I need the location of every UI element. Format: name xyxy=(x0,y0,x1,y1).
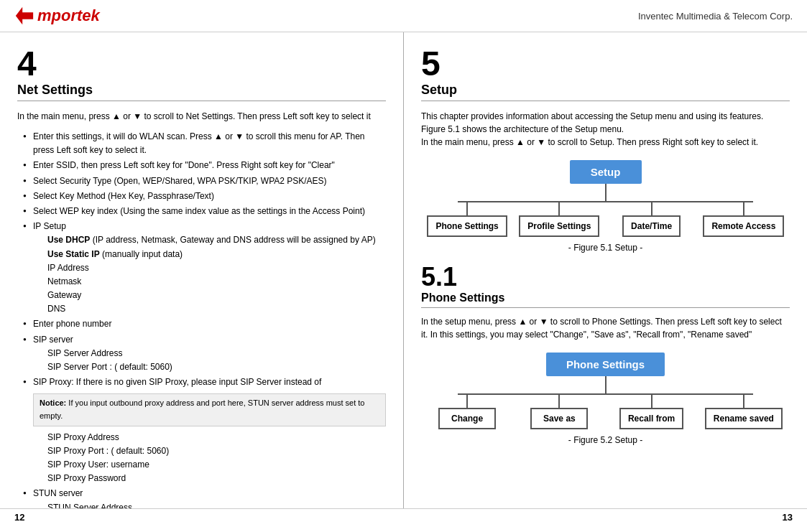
tree-connector-2 xyxy=(605,376,607,393)
page-right: 5 Setup This chapter provides informatio… xyxy=(404,32,807,508)
tree-phone-settings: Phone Settings Change Save as xyxy=(421,353,790,429)
tree-connector xyxy=(605,184,607,201)
tree-leaf-remote-access: Remote Access xyxy=(703,215,784,237)
company-name: Inventec Multimedia & Telecom Corp. xyxy=(638,11,793,22)
section-number-5-1: 5.1 xyxy=(421,264,790,290)
branch-line xyxy=(466,393,468,408)
section-title-5-1: Phone Settings xyxy=(421,291,790,308)
list-item: SIP Proxy Address xyxy=(47,431,386,444)
left-intro: In the main menu, press ▲ or ▼ to scroll… xyxy=(17,110,386,123)
notice-box: Notice: If you input outbound proxy addr… xyxy=(33,393,386,426)
branch-save-as: Save as xyxy=(513,393,605,429)
tree-root-phone-settings: Phone Settings xyxy=(546,353,665,376)
figure-5-2-caption: - Figure 5.2 Setup - xyxy=(568,435,642,445)
list-item: IP Setup Use DHCP (IP address, Netmask, … xyxy=(23,220,386,316)
bullet-list: Enter this settings, it will do WLAN sca… xyxy=(17,130,386,508)
branch-container-1: Phone Settings Profile Settings Date/Tim… xyxy=(421,201,790,237)
tree-leaf-date-time: Date/Time xyxy=(622,215,681,237)
list-item: STUN server STUN Server Address STUN Ser… xyxy=(23,487,386,508)
list-item: SIP Server Port : ( default: 5060) xyxy=(47,360,386,374)
list-item: STUN Server Address xyxy=(47,501,386,509)
notice-label: Notice: xyxy=(40,398,66,407)
sub-list: STUN Server Address STUN Server port ( d… xyxy=(33,501,386,509)
branch-phone-settings: Phone Settings xyxy=(421,201,513,237)
chapter-title-right: Setup xyxy=(421,83,790,101)
list-item: Netmask xyxy=(47,275,386,289)
page-header: mportek Inventec Multimedia & Telecom Co… xyxy=(0,0,807,32)
sub-list: Use DHCP (IP address, Netmask, Gateway a… xyxy=(33,233,386,316)
list-item: SIP server SIP Server Address SIP Server… xyxy=(23,333,386,375)
branch-line xyxy=(558,393,560,408)
branch-line xyxy=(466,201,468,215)
branch-container-2: Change Save as Recall from Rename s xyxy=(421,393,790,429)
tree-leaf-change: Change xyxy=(438,408,496,429)
list-item: SIP Proxy Password xyxy=(47,472,386,485)
list-item: Enter SSID, then press Left soft key for… xyxy=(23,159,386,172)
branch-line xyxy=(743,201,744,215)
logo-icon xyxy=(14,6,34,26)
list-item: SIP Proxy Port : ( default: 5060) xyxy=(47,444,386,458)
logo-area: mportek xyxy=(14,6,100,26)
list-item: Enter this settings, it will do WLAN sca… xyxy=(23,130,386,157)
sub-list: SIP Proxy Address SIP Proxy Port : ( def… xyxy=(33,431,386,486)
branch-rename-saved: Rename saved xyxy=(698,393,790,429)
branch-line xyxy=(651,201,652,215)
list-item: Select Security Type (Open, WEP/Shared, … xyxy=(23,174,386,188)
branch-line xyxy=(558,201,560,215)
sub-list: SIP Server Address SIP Server Port : ( d… xyxy=(33,347,386,374)
list-item: Select Key Method (Hex Key, Passphrase/T… xyxy=(23,190,386,203)
chapter-number-right: 5 xyxy=(421,47,790,81)
tree-leaf-rename-saved: Rename saved xyxy=(705,408,783,429)
tree-leaf-profile-settings: Profile Settings xyxy=(519,215,599,237)
section-5-1-intro: In the setup menu, press ▲ or ▼ to scrol… xyxy=(421,315,790,341)
tree-leaf-save-as: Save as xyxy=(530,408,588,429)
logo-text: mportek xyxy=(37,6,100,25)
right-intro-1: This chapter provides information about … xyxy=(421,110,790,149)
list-item: Use DHCP (IP address, Netmask, Gateway a… xyxy=(47,233,386,247)
list-item: Use Static IP (manually input data) xyxy=(47,248,386,261)
list-item: Select WEP key index (Using the same ind… xyxy=(23,205,386,218)
figure-5-2-diagram: Phone Settings Change Save as xyxy=(421,353,790,445)
branch-line xyxy=(651,393,652,408)
tree-leaf-recall-from: Recall from xyxy=(619,408,683,429)
tree-setup: Setup Phone Settings Profile Settings xyxy=(421,160,790,237)
page-left: 4 Net Settings In the main menu, press ▲… xyxy=(0,32,404,508)
page-footer: 12 13 xyxy=(0,508,807,526)
figure-5-1-caption: - Figure 5.1 Setup - xyxy=(568,243,642,253)
chapter-number-left: 4 xyxy=(17,47,386,81)
branch-remote-access: Remote Access xyxy=(698,201,790,237)
branch-date-time: Date/Time xyxy=(606,201,698,237)
page-number-left: 12 xyxy=(14,512,24,523)
list-item: Enter phone number xyxy=(23,317,386,331)
list-item: SIP Proxy User: username xyxy=(47,458,386,472)
tree-root-setup: Setup xyxy=(570,160,642,184)
branch-line xyxy=(743,393,744,408)
page-number-right: 13 xyxy=(783,512,793,523)
notice-text: If you input outbound proxy address and … xyxy=(40,398,364,420)
list-item: DNS xyxy=(47,302,386,316)
main-content: 4 Net Settings In the main menu, press ▲… xyxy=(0,32,807,508)
list-item: SIP Server Address xyxy=(47,347,386,360)
figure-5-1-diagram: Setup Phone Settings Profile Settings xyxy=(421,160,790,253)
branch-change: Change xyxy=(421,393,513,429)
chapter-title-left: Net Settings xyxy=(17,83,386,101)
svg-marker-0 xyxy=(16,7,33,24)
branch-recall-from: Recall from xyxy=(606,393,698,429)
list-item: SIP Proxy: If there is no given SIP Prox… xyxy=(23,375,386,485)
list-item: IP Address xyxy=(47,261,386,275)
branch-profile-settings: Profile Settings xyxy=(513,201,605,237)
list-item: Gateway xyxy=(47,289,386,302)
tree-leaf-phone-settings: Phone Settings xyxy=(427,215,507,237)
